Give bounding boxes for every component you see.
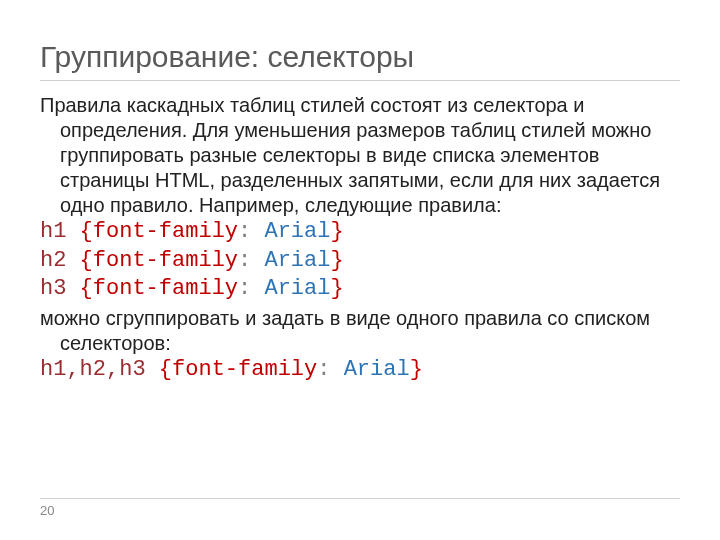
paragraph-1: Правила каскадных таблиц стилей состоят … — [60, 93, 680, 218]
code-value: Arial — [251, 248, 330, 273]
code-colon: : — [238, 219, 251, 244]
code-brace: } — [330, 248, 343, 273]
code-brace: { — [66, 219, 92, 244]
code-line-1: h1 {font-family: Arial} — [40, 218, 680, 247]
code-brace: } — [410, 357, 423, 382]
paragraph-2: можно сгруппировать и задать в виде одно… — [60, 306, 680, 356]
code-selector: h1 — [40, 219, 66, 244]
code-property: font-family — [93, 276, 238, 301]
code-brace: } — [330, 276, 343, 301]
code-line-2: h2 {font-family: Arial} — [40, 247, 680, 276]
page-number: 20 — [40, 503, 54, 518]
code-property: font-family — [93, 219, 238, 244]
slide: Группирование: селекторы Правила каскадн… — [0, 0, 720, 540]
code-colon: : — [317, 357, 330, 382]
code-selector: h1,h2,h3 — [40, 357, 146, 382]
code-brace: { — [66, 276, 92, 301]
code-value: Arial — [330, 357, 409, 382]
code-colon: : — [238, 248, 251, 273]
code-selector: h3 — [40, 276, 66, 301]
code-colon: : — [238, 276, 251, 301]
slide-footer: 20 — [40, 498, 680, 518]
code-property: font-family — [93, 248, 238, 273]
code-value: Arial — [251, 276, 330, 301]
code-property: font-family — [172, 357, 317, 382]
code-value: Arial — [251, 219, 330, 244]
slide-title: Группирование: селекторы — [40, 40, 680, 81]
code-line-3: h3 {font-family: Arial} — [40, 275, 680, 304]
code-brace: { — [146, 357, 172, 382]
code-selector: h2 — [40, 248, 66, 273]
slide-body: Правила каскадных таблиц стилей состоят … — [40, 93, 680, 384]
code-brace: { — [66, 248, 92, 273]
code-brace: } — [330, 219, 343, 244]
code-line-4: h1,h2,h3 {font-family: Arial} — [40, 356, 680, 385]
